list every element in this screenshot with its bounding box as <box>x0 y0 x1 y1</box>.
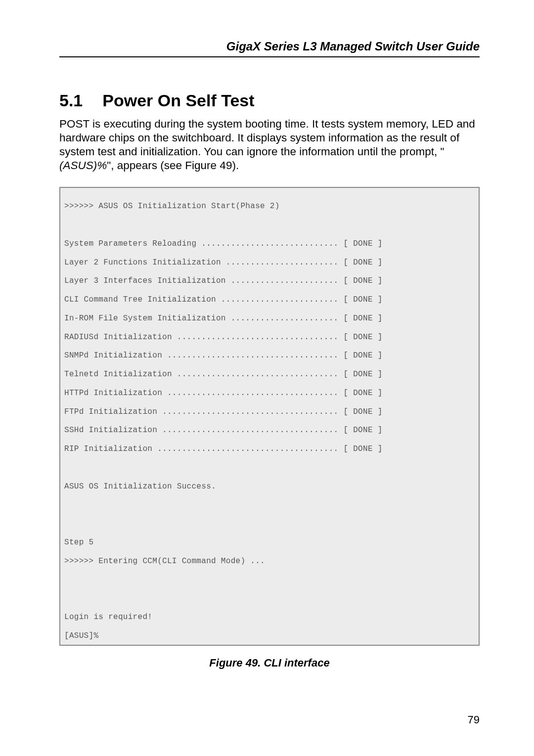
page-number-value: 79 <box>468 713 480 726</box>
terminal-blank <box>64 594 475 603</box>
terminal-row-label: RIP Initialization .....................… <box>64 445 339 453</box>
figure-caption-text: Figure 49. CLI interface <box>209 657 329 669</box>
terminal-row: In-ROM File System Initialization ......… <box>64 314 475 323</box>
terminal-blank <box>64 519 475 529</box>
terminal-row-label: RADIUSd Initialization .................… <box>64 333 339 342</box>
body-text-italic: (ASUS)% <box>59 159 107 172</box>
terminal-row: Telnetd Initialization .................… <box>64 370 475 379</box>
terminal-row-status: [ DONE ] <box>343 426 382 435</box>
page-number: 79 <box>468 713 480 726</box>
terminal-blank <box>64 575 475 584</box>
section-heading: 5.1Power On Self Test <box>59 91 480 110</box>
header-title: GigaX Series L3 Managed Switch User Guid… <box>226 40 480 53</box>
terminal-start-line: >>>>>> ASUS OS Initialization Start(Phas… <box>64 202 475 211</box>
terminal-row-label: System Parameters Reloading ............… <box>64 239 339 248</box>
terminal-row-status: [ DONE ] <box>343 351 382 360</box>
section-title: Power On Self Test <box>102 91 254 110</box>
terminal-blank <box>64 500 475 510</box>
figure-caption: Figure 49. CLI interface <box>59 657 480 669</box>
terminal-row-status: [ DONE ] <box>343 389 382 398</box>
terminal-row-label: SSHd Initialization ....................… <box>64 426 339 435</box>
terminal-blank <box>64 221 475 230</box>
terminal-row-label: In-ROM File System Initialization ......… <box>64 314 339 323</box>
page-header: GigaX Series L3 Managed Switch User Guid… <box>59 40 480 57</box>
terminal-blank <box>64 463 475 473</box>
terminal-row-status: [ DONE ] <box>343 258 382 267</box>
terminal-row: CLI Command Tree Initialization ........… <box>64 295 475 305</box>
terminal-ccm-line: >>>>>> Entering CCM(CLI Command Mode) ..… <box>64 557 475 566</box>
terminal-row: Layer 2 Functions Initialization .......… <box>64 258 475 267</box>
terminal-row: HTTPd Initialization ...................… <box>64 389 475 398</box>
terminal-row: SSHd Initialization ....................… <box>64 426 475 435</box>
terminal-row-label: HTTPd Initialization ...................… <box>64 389 339 398</box>
terminal-row-status: [ DONE ] <box>343 295 382 304</box>
terminal-row-status: [ DONE ] <box>343 370 382 379</box>
terminal-row-label: FTPd Initialization ....................… <box>64 407 339 416</box>
terminal-row-label: Layer 2 Functions Initialization .......… <box>64 258 339 267</box>
terminal-row: FTPd Initialization ....................… <box>64 407 475 417</box>
terminal-output: >>>>>> ASUS OS Initialization Start(Phas… <box>59 187 480 646</box>
terminal-row: RIP Initialization .....................… <box>64 445 475 454</box>
terminal-row: Layer 3 Interfaces Initialization ......… <box>64 276 475 286</box>
body-text-part-b: ", appears (see Figure 49). <box>107 159 239 172</box>
terminal-login-line: Login is required! <box>64 613 475 622</box>
terminal-row: RADIUSd Initialization .................… <box>64 333 475 342</box>
terminal-step-line: Step 5 <box>64 538 475 547</box>
terminal-row-label: Telnetd Initialization .................… <box>64 370 339 379</box>
document-page: GigaX Series L3 Managed Switch User Guid… <box>0 0 534 756</box>
terminal-prompt-line: [ASUS]% <box>64 631 475 641</box>
terminal-row-status: [ DONE ] <box>343 239 382 248</box>
body-text-part-a: POST is executing during the system boot… <box>59 118 475 158</box>
terminal-row-label: Layer 3 Interfaces Initialization ......… <box>64 276 339 285</box>
section-number: 5.1 <box>59 91 83 110</box>
terminal-row-status: [ DONE ] <box>343 314 382 323</box>
terminal-row-status: [ DONE ] <box>343 445 382 453</box>
terminal-row: System Parameters Reloading ............… <box>64 239 475 249</box>
terminal-row-label: CLI Command Tree Initialization ........… <box>64 295 339 304</box>
terminal-row-label: SNMPd Initialization ...................… <box>64 351 339 360</box>
terminal-success-line: ASUS OS Initialization Success. <box>64 482 475 491</box>
body-paragraph: POST is executing during the system boot… <box>59 117 480 173</box>
terminal-row-status: [ DONE ] <box>343 333 382 342</box>
terminal-row-status: [ DONE ] <box>343 276 382 285</box>
terminal-row-status: [ DONE ] <box>343 407 382 416</box>
terminal-row: SNMPd Initialization ...................… <box>64 351 475 360</box>
